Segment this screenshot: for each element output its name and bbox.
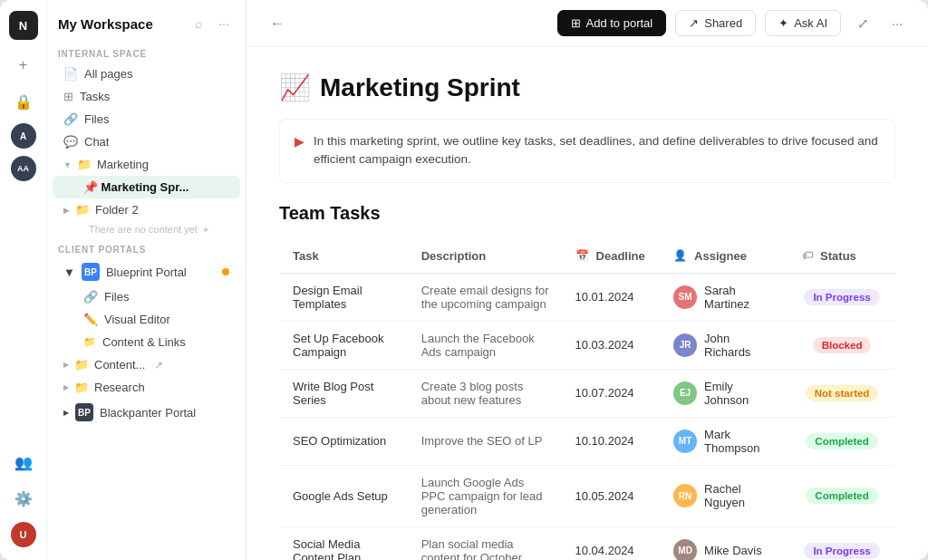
settings-icon[interactable]: ⚙️	[9, 484, 38, 513]
th-assignee: 👤 Assignee	[661, 238, 789, 273]
th-description: Description	[409, 238, 563, 273]
sidebar-item-blueprint-portal[interactable]: ▼ BP Blueprint Portal	[53, 258, 240, 285]
research-triangle-icon: ▶	[63, 383, 69, 391]
description-cell: Create email designs for the upcoming ca…	[409, 273, 563, 321]
deadline-cell: 10.10.2024	[563, 417, 662, 465]
assignee-name: Emily Johnson	[704, 380, 777, 407]
ask-ai-button[interactable]: ✦ Ask AI	[765, 10, 841, 36]
app-logo[interactable]: N	[9, 11, 38, 40]
callout-text: In this marketing sprint, we outline key…	[314, 132, 880, 169]
table-header-row: Task Description 📅 Deadline	[280, 238, 895, 273]
content-area: 📈 Marketing Sprint ▶ In this marketing s…	[246, 47, 928, 560]
back-button[interactable]: ←	[265, 11, 290, 36]
portal-files-icon: 🔗	[83, 290, 98, 304]
status-badge: Completed	[806, 433, 877, 449]
research-folder-icon: 📁	[74, 381, 89, 394]
portal-files-label: Files	[104, 290, 129, 304]
assignee-name: Rachel Nguyen	[704, 482, 777, 509]
section-title: Team Tasks	[279, 203, 895, 224]
th-deadline: 📅 Deadline	[563, 238, 662, 273]
user-aa-icon[interactable]: AA	[11, 156, 36, 181]
topbar: ← ⊞ Add to portal ↗ Shared ✦ Ask AI ⤢ ··…	[246, 0, 928, 47]
assignee-cell: RN Rachel Nguyen	[661, 465, 789, 526]
icon-strip: N + 🔒 A AA 👥 ⚙️ U	[0, 0, 47, 560]
task-cell: Design Email Templates	[280, 273, 409, 321]
app-window: N + 🔒 A AA 👥 ⚙️ U My Workspace ⌕ ··· INT…	[0, 0, 928, 560]
description-cell: Launch the Facebook Ads campaign	[409, 321, 563, 369]
assignee-name: Mike Davis	[704, 544, 762, 557]
table-row: Design Email Templates Create email desi…	[280, 273, 895, 321]
avatar: SM	[673, 285, 697, 309]
blueprint-portal-label: Blueprint Portal	[106, 266, 187, 279]
topbar-more-icon[interactable]: ···	[884, 11, 910, 36]
sidebar-item-research[interactable]: ▶ 📁 Research	[53, 376, 240, 399]
status-cell: Completed	[789, 417, 894, 465]
th-status: 🏷 Status	[789, 238, 894, 273]
sidebar-item-marketing[interactable]: ▼ 📁 Marketing	[53, 153, 240, 176]
sidebar-item-folder2[interactable]: ▶ 📁 Folder 2	[53, 198, 240, 221]
status-cell: In Progress	[789, 526, 894, 560]
sidebar-item-content-links[interactable]: 📁 Content & Links	[53, 331, 240, 353]
visual-editor-icon: ✏️	[83, 313, 98, 326]
expand-icon[interactable]: ⤢	[850, 11, 875, 36]
status-badge: In Progress	[804, 289, 879, 305]
marketing-label: Marketing	[97, 158, 149, 171]
task-cell: SEO Optimization	[280, 417, 409, 465]
marketing-spr-label: 📌 Marketing Spr...	[83, 180, 188, 194]
tasks-icon: ⊞	[63, 90, 73, 103]
callout-icon: ▶	[295, 134, 304, 149]
all-pages-icon: 📄	[63, 67, 78, 81]
tasks-table: Task Description 📅 Deadline	[279, 238, 895, 561]
blueprint-portal-icon: BP	[82, 263, 100, 281]
sidebar-item-files[interactable]: 🔗 Files	[53, 108, 240, 130]
task-cell: Google Ads Setup	[280, 465, 409, 526]
files-label: Files	[84, 112, 109, 126]
sidebar-header: My Workspace ⌕ ···	[47, 0, 246, 42]
sidebar-item-content-sub[interactable]: ▶ 📁 Content... ↗	[53, 353, 240, 376]
add-to-portal-label: Add to portal	[586, 16, 653, 30]
assignee-cell: MD Mike Davis	[661, 526, 789, 560]
folder2-triangle-icon: ▶	[63, 206, 70, 215]
content-sub-label: Content...	[94, 358, 145, 372]
deadline-cell: 10.05.2024	[563, 465, 662, 526]
page-title-text: Marketing Sprint	[320, 73, 520, 102]
add-content-icon[interactable]: +	[203, 224, 208, 235]
share-icon: ↗	[689, 16, 699, 30]
deadline-cell: 10.07.2024	[563, 369, 662, 417]
status-cell: In Progress	[789, 273, 894, 321]
add-icon[interactable]: +	[9, 51, 38, 80]
user-avatar[interactable]: U	[9, 520, 38, 549]
table-row: Write Blog Post Series Create 3 blog pos…	[280, 369, 895, 417]
ai-wand-icon: ✦	[778, 16, 788, 30]
status-badge: Blocked	[813, 337, 872, 353]
deadline-cell: 10.03.2024	[563, 321, 662, 369]
shared-button[interactable]: ↗ Shared	[675, 10, 756, 36]
content-sub-triangle-icon: ▶	[63, 361, 69, 369]
sidebar-item-marketing-spr[interactable]: 📌 Marketing Spr...	[53, 176, 240, 198]
sidebar-item-all-pages[interactable]: 📄 All pages	[53, 63, 240, 85]
team-icon[interactable]: 👥	[9, 448, 38, 477]
lock-icon[interactable]: 🔒	[9, 87, 38, 116]
sidebar-item-blackpanter-portal[interactable]: ▶ BP Blackpanter Portal	[53, 399, 240, 426]
sidebar-item-portal-files[interactable]: 🔗 Files	[53, 285, 240, 308]
table-row: Social Media Content Plan Plan social me…	[280, 526, 895, 560]
add-to-portal-button[interactable]: ⊞ Add to portal	[557, 10, 667, 36]
status-cell: Not started	[789, 369, 894, 417]
description-cell: Improve the SEO of LP	[409, 417, 563, 465]
no-content-row: There are no content yet +	[47, 221, 246, 237]
assignee-cell: SM Sarah Martinez	[661, 273, 789, 321]
user-a-icon[interactable]: A	[11, 123, 36, 149]
assignee-person-icon: 👤	[673, 249, 687, 262]
deadline-cell: 10.01.2024	[563, 273, 662, 321]
marketing-triangle-icon: ▼	[63, 160, 72, 169]
main-content: ← ⊞ Add to portal ↗ Shared ✦ Ask AI ⤢ ··…	[246, 0, 928, 560]
sidebar-more-icon[interactable]: ···	[213, 13, 235, 34]
sidebar-search-icon[interactable]: ⌕	[188, 13, 209, 34]
folder2-folder-icon: 📁	[75, 203, 90, 217]
sidebar-item-chat[interactable]: 💬 Chat	[53, 130, 240, 153]
sidebar-item-tasks[interactable]: ⊞ Tasks	[53, 85, 240, 108]
avatar: JR	[673, 333, 697, 357]
blackpanter-triangle-icon: ▶	[63, 409, 69, 417]
table-row: SEO Optimization Improve the SEO of LP 1…	[280, 417, 895, 465]
sidebar-item-visual-editor[interactable]: ✏️ Visual Editor	[53, 308, 240, 331]
